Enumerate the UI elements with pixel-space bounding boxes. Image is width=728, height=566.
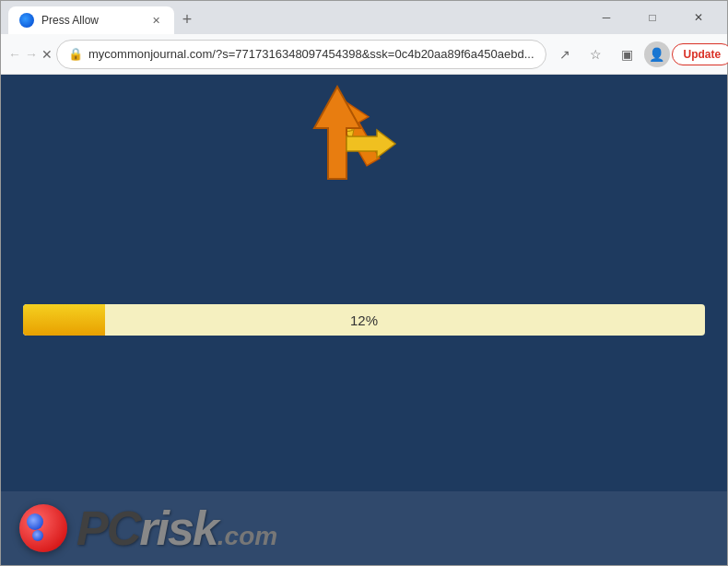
reload-button[interactable]: ✕ [41, 40, 53, 69]
tab-title: Press Allow [41, 14, 141, 27]
update-button[interactable]: Update [672, 43, 728, 65]
active-tab[interactable]: Press Allow ✕ [8, 6, 174, 34]
progress-bar-fill [23, 304, 105, 336]
minimize-button[interactable]: ─ [585, 1, 628, 34]
browser-toolbar: ← → ✕ 🔒 mycommonjournal.com/?s=771731634… [1, 34, 727, 75]
bookmark-button[interactable]: ☆ [581, 40, 611, 69]
svg-marker-5 [346, 130, 395, 158]
close-button[interactable]: ✕ [677, 1, 720, 34]
sidebar-button[interactable]: ▣ [613, 40, 642, 69]
new-tab-button[interactable]: + [174, 6, 200, 32]
pcrisk-text: PC risk .com [76, 501, 277, 556]
pcrisk-ball-icon [19, 504, 67, 552]
address-bar[interactable]: 🔒 mycommonjournal.com/?s=771731634809745… [56, 40, 546, 69]
forward-button[interactable]: → [25, 40, 38, 69]
tab-favicon [19, 13, 34, 28]
url-text: mycommonjournal.com/?s=77173163480974543… [88, 47, 534, 61]
toolbar-actions: ↗ ☆ ▣ 👤 Update ⋮ [550, 40, 728, 69]
progress-label: 12% [350, 312, 378, 328]
browser-window: Press Allow ✕ + ─ □ ✕ ← → ✕ [0, 0, 728, 566]
yellow-arrow [342, 125, 397, 166]
maximize-button[interactable]: □ [631, 1, 674, 34]
tab-area: Press Allow ✕ + [8, 1, 581, 34]
progress-bar-background: 12% [23, 304, 705, 336]
lock-icon: 🔒 [68, 47, 83, 61]
back-button[interactable]: ← [8, 40, 21, 69]
tab-close-button[interactable]: ✕ [148, 13, 163, 28]
webpage-content: 12% PC risk .com [1, 75, 727, 565]
share-button[interactable]: ↗ [550, 40, 580, 69]
titlebar: Press Allow ✕ + ─ □ ✕ [1, 1, 727, 34]
window-controls: ─ □ ✕ [585, 1, 720, 34]
pcrisk-logo: PC risk .com [1, 491, 727, 565]
progress-container: 12% [23, 304, 705, 336]
profile-button[interactable]: 👤 [644, 41, 670, 67]
